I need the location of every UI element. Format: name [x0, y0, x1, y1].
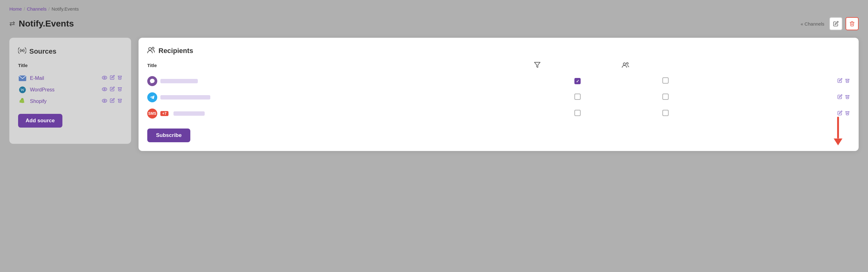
- telegram-filter-cell[interactable]: [534, 89, 622, 105]
- sms-filter-cell[interactable]: [534, 105, 622, 122]
- svg-point-2: [102, 76, 107, 79]
- source-row-email: E-Mail: [18, 72, 122, 84]
- page-title-wrap: ⇄ Notify.Events: [9, 19, 74, 29]
- wordpress-source-icon: W: [18, 87, 27, 93]
- wordpress-delete-icon[interactable]: [117, 86, 122, 93]
- email-source-icon: [18, 75, 27, 82]
- sms-label: SMS: [148, 111, 156, 116]
- shopify-delete-icon[interactable]: [117, 98, 122, 104]
- breadcrumb-home[interactable]: Home: [9, 6, 22, 11]
- shopify-view-icon[interactable]: [102, 98, 107, 104]
- sms-edit-icon[interactable]: [837, 111, 842, 117]
- subscribe-button[interactable]: Subscribe: [147, 128, 190, 142]
- recipient-row-viber: [147, 73, 850, 89]
- sms-filter-checkbox[interactable]: [575, 110, 581, 116]
- arrow-head: [834, 139, 842, 145]
- edit-button[interactable]: [829, 17, 842, 30]
- sms-recipient-info: SMS +7: [147, 109, 534, 119]
- page-header: ⇄ Notify.Events « Channels: [9, 17, 859, 30]
- edit-icon: [833, 21, 839, 27]
- viber-group-checkbox[interactable]: [662, 78, 669, 84]
- viber-recipient-info: [147, 76, 534, 86]
- svg-marker-13: [534, 62, 540, 68]
- recipients-icon: [147, 47, 155, 55]
- header-actions: « Channels: [801, 17, 859, 30]
- shopify-source-icon: [18, 98, 27, 104]
- arrow-shaft: [837, 117, 839, 139]
- add-source-button[interactable]: Add source: [18, 114, 62, 128]
- notify-events-icon: ⇄: [9, 20, 15, 28]
- sms-group-checkbox[interactable]: [662, 110, 669, 116]
- breadcrumb-sep-1: /: [24, 6, 25, 11]
- recipients-title: Recipients: [158, 47, 193, 55]
- channels-back-link[interactable]: « Channels: [801, 21, 824, 27]
- viber-group-cell[interactable]: [621, 73, 710, 89]
- source-row-wordpress: W WordPress: [18, 84, 122, 95]
- svg-text:W: W: [21, 87, 25, 92]
- page-title: Notify.Events: [19, 19, 74, 29]
- wordpress-row-actions: [102, 86, 122, 93]
- sources-col-title: Title: [18, 63, 122, 68]
- recipients-col-group: [621, 61, 710, 73]
- recipients-col-filter: [534, 61, 622, 73]
- main-content: Sources Title E-Mail: [9, 38, 859, 151]
- sources-icon: [18, 47, 26, 57]
- telegram-group-cell[interactable]: [621, 89, 710, 105]
- recipient-row-telegram: [147, 89, 850, 105]
- sms-action-icons: [710, 111, 850, 117]
- telegram-edit-icon[interactable]: [837, 94, 842, 101]
- shopify-source-name[interactable]: Shopify: [30, 98, 46, 104]
- recipients-card: Recipients Title: [138, 38, 859, 151]
- email-source-name[interactable]: E-Mail: [30, 75, 44, 81]
- email-view-icon[interactable]: [102, 75, 107, 82]
- source-row-shopify: Shopify: [18, 95, 122, 107]
- svg-point-11: [149, 48, 151, 50]
- telegram-delete-icon[interactable]: [845, 94, 850, 101]
- sms-count-badge: +7: [160, 111, 168, 116]
- svg-point-7: [102, 87, 107, 91]
- email-row-actions: [102, 75, 122, 82]
- svg-point-3: [104, 77, 105, 78]
- email-delete-icon[interactable]: [117, 75, 122, 82]
- svg-point-9: [102, 99, 107, 102]
- email-edit-icon[interactable]: [110, 75, 115, 82]
- telegram-action-icons: [710, 94, 850, 101]
- svg-point-0: [22, 50, 23, 51]
- delete-button[interactable]: [845, 17, 859, 30]
- breadcrumb-current: Notify.Events: [52, 6, 79, 11]
- viber-filter-checkbox[interactable]: [575, 78, 581, 84]
- breadcrumb: Home / Channels / Notify.Events: [9, 6, 859, 11]
- wordpress-source-name[interactable]: WordPress: [30, 87, 55, 93]
- sms-name-blur: [174, 111, 205, 116]
- sources-card-header: Sources: [18, 47, 122, 57]
- svg-point-8: [104, 88, 105, 90]
- source-info-wordpress: W WordPress: [18, 87, 55, 93]
- viber-edit-icon[interactable]: [837, 78, 842, 85]
- breadcrumb-sep-2: /: [49, 6, 50, 11]
- sms-delete-icon[interactable]: [845, 111, 850, 117]
- trash-icon: [849, 21, 855, 27]
- sms-group-cell[interactable]: [621, 105, 710, 122]
- telegram-recipient-info: [147, 92, 534, 102]
- recipients-col-title: Title: [147, 61, 534, 73]
- source-info-shopify: Shopify: [18, 98, 46, 104]
- recipients-table: Title: [147, 61, 850, 122]
- sources-card: Sources Title E-Mail: [9, 38, 131, 144]
- recipient-row-sms: SMS +7: [147, 105, 850, 122]
- svg-point-10: [104, 100, 105, 101]
- viber-filter-cell[interactable]: [534, 73, 622, 89]
- breadcrumb-channels[interactable]: Channels: [27, 6, 46, 11]
- viber-action-icons: [710, 78, 850, 85]
- shopify-edit-icon[interactable]: [110, 98, 115, 104]
- viber-delete-icon[interactable]: [845, 78, 850, 85]
- telegram-name-blur: [160, 95, 210, 99]
- telegram-filter-checkbox[interactable]: [575, 94, 581, 100]
- svg-point-14: [623, 63, 626, 65]
- source-info-email: E-Mail: [18, 75, 44, 82]
- wordpress-edit-icon[interactable]: [110, 86, 115, 93]
- sources-title: Sources: [29, 48, 57, 56]
- telegram-group-checkbox[interactable]: [662, 94, 669, 100]
- wordpress-view-icon[interactable]: [102, 87, 107, 93]
- telegram-icon: [147, 92, 157, 102]
- svg-point-12: [152, 47, 154, 49]
